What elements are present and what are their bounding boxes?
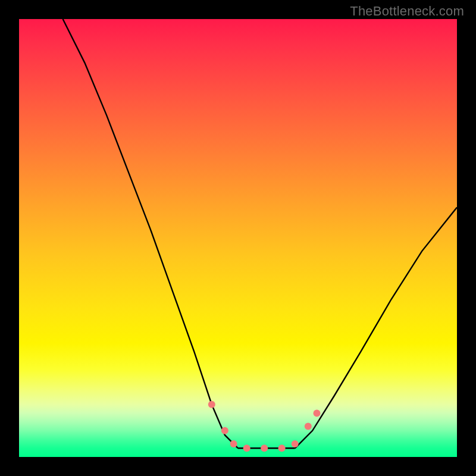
plot-area: [19, 19, 457, 457]
marker-point: [278, 444, 286, 452]
curve-left: [63, 19, 238, 448]
marker-point: [230, 440, 237, 447]
markers-group: [208, 401, 321, 452]
chart-frame: TheBottleneck.com: [0, 0, 476, 476]
marker-point: [314, 409, 321, 416]
curve-svg: [19, 19, 457, 457]
marker-point: [305, 423, 312, 430]
marker-point: [292, 440, 299, 447]
watermark-label: TheBottleneck.com: [350, 4, 464, 19]
marker-point: [243, 444, 250, 452]
marker-point: [208, 401, 215, 408]
curve-group: [63, 19, 457, 448]
marker-point: [221, 427, 228, 434]
marker-point: [261, 444, 268, 452]
